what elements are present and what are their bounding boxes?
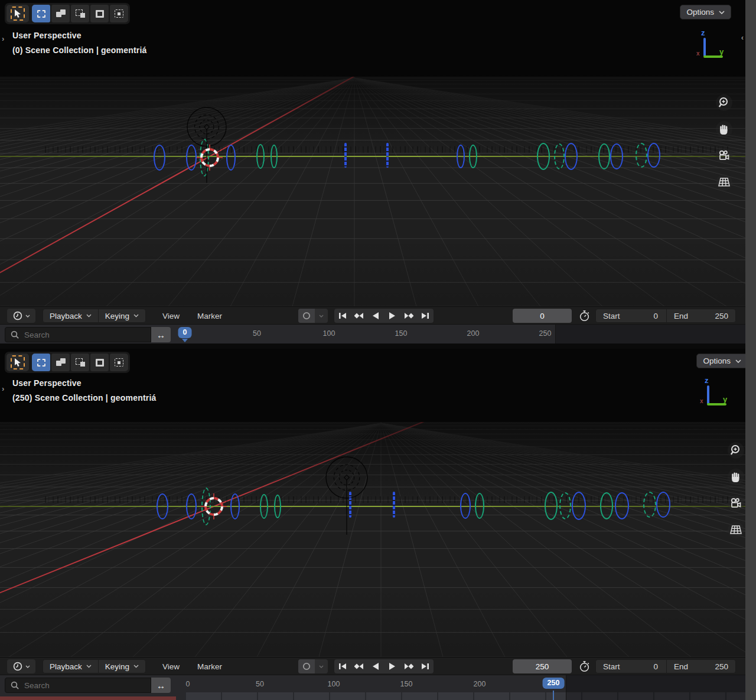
auto-keying-toggle[interactable] — [298, 309, 328, 323]
playback-menu[interactable]: Playback — [43, 660, 98, 673]
camera-view-icon[interactable] — [716, 148, 732, 164]
editor-type-button[interactable] — [7, 659, 35, 673]
jump-to-end-button[interactable] — [417, 309, 434, 323]
play-reverse-button[interactable] — [367, 659, 384, 673]
jump-to-start-button[interactable] — [334, 659, 351, 673]
view-menu[interactable]: View — [158, 309, 184, 323]
options-button[interactable]: Options — [696, 354, 745, 368]
pan-hand-icon[interactable] — [728, 469, 744, 485]
circle-object[interactable] — [230, 493, 240, 519]
end-frame-field[interactable]: End250 — [667, 309, 735, 322]
circle-object[interactable] — [643, 492, 656, 518]
tweak-tool-button[interactable] — [6, 354, 29, 371]
play-reverse-button[interactable] — [367, 309, 384, 323]
select-difference-button[interactable] — [90, 5, 109, 22]
play-button[interactable] — [384, 309, 400, 323]
circle-object[interactable] — [554, 143, 565, 169]
select-extend-button[interactable] — [51, 5, 70, 22]
playhead[interactable]: 0 — [178, 327, 192, 338]
play-button[interactable] — [384, 659, 400, 673]
auto-keying-dropdown[interactable] — [315, 309, 328, 323]
circle-object[interactable] — [457, 145, 465, 168]
circle-object[interactable] — [559, 492, 571, 519]
previous-keyframe-button[interactable] — [351, 309, 367, 323]
timeline-ruler[interactable]: Search ↔ 501001502002500 — [0, 324, 745, 344]
camera-view-icon[interactable] — [728, 495, 744, 512]
next-keyframe-button[interactable] — [400, 659, 417, 673]
circle-object[interactable] — [154, 145, 165, 171]
sidebar-expand-chevron[interactable]: › — [2, 34, 4, 43]
select-set-button[interactable] — [32, 354, 50, 371]
circle-object[interactable] — [271, 145, 278, 168]
end-frame-field[interactable]: End250 — [667, 660, 735, 673]
toggle-perspective-icon[interactable] — [716, 174, 732, 191]
circle-object[interactable] — [636, 143, 647, 168]
circle-object-edge-on[interactable] — [386, 143, 389, 168]
circle-object[interactable] — [615, 492, 629, 519]
circle-object[interactable] — [600, 492, 613, 519]
auto-keying-dropdown[interactable] — [315, 659, 328, 673]
view-menu[interactable]: View — [158, 659, 184, 673]
select-extend-button[interactable] — [51, 354, 70, 371]
current-frame-field[interactable]: 0 — [513, 309, 572, 323]
select-intersect-button[interactable] — [110, 5, 128, 22]
search-input[interactable]: Search — [5, 327, 151, 342]
circle-object-edge-on[interactable] — [344, 143, 347, 168]
circle-object[interactable] — [274, 495, 281, 518]
auto-keying-toggle[interactable] — [298, 659, 328, 673]
toggle-perspective-icon[interactable] — [728, 522, 744, 538]
select-difference-button[interactable] — [90, 354, 109, 371]
circle-object[interactable] — [598, 143, 610, 169]
editor-type-button[interactable] — [7, 309, 35, 323]
playback-menu[interactable]: Playback — [43, 309, 98, 322]
circle-object[interactable] — [475, 493, 484, 519]
circle-object[interactable] — [545, 492, 558, 520]
start-frame-field[interactable]: Start0 — [596, 660, 667, 673]
zoom-icon[interactable] — [728, 442, 744, 459]
tweak-tool-button[interactable] — [6, 5, 29, 22]
playhead[interactable]: 250 — [543, 678, 565, 689]
fit-range-button[interactable]: ↔ — [151, 678, 171, 693]
pan-hand-icon[interactable] — [716, 121, 732, 138]
next-keyframe-button[interactable] — [400, 309, 417, 323]
circle-object[interactable] — [610, 143, 623, 169]
start-frame-field[interactable]: Start0 — [596, 309, 667, 322]
sidebar-expand-chevron[interactable]: › — [2, 384, 4, 393]
circle-object[interactable] — [647, 143, 660, 168]
navigation-gizmo[interactable]: z y x — [691, 31, 726, 65]
search-input[interactable]: Search — [5, 678, 151, 693]
jump-to-end-button[interactable] — [417, 659, 434, 673]
circle-object[interactable] — [656, 492, 670, 518]
select-intersect-button[interactable] — [110, 354, 128, 371]
3d-viewport[interactable]: › User Perspective (0) Scene Collection … — [0, 0, 745, 306]
circle-object[interactable] — [186, 493, 197, 519]
circle-object[interactable] — [469, 145, 477, 168]
keying-menu[interactable]: Keying — [98, 309, 145, 322]
jump-to-start-button[interactable] — [334, 309, 351, 323]
panel-collapse-chevron[interactable]: ‹ — [741, 33, 744, 42]
options-button[interactable]: Options — [680, 5, 731, 19]
3d-viewport[interactable]: › User Perspective (250) Scene Collectio… — [0, 349, 745, 657]
select-subtract-button[interactable] — [71, 354, 89, 371]
circle-object[interactable] — [565, 143, 578, 170]
navigation-gizmo[interactable]: z y x — [695, 378, 730, 413]
circle-object[interactable] — [157, 493, 168, 519]
cursor-3d[interactable] — [197, 145, 223, 171]
cursor-3d[interactable] — [201, 493, 227, 519]
keying-menu[interactable]: Keying — [98, 660, 145, 673]
fit-range-button[interactable]: ↔ — [151, 327, 171, 342]
light-object[interactable] — [324, 454, 370, 537]
circle-object[interactable] — [460, 493, 471, 519]
circle-object[interactable] — [572, 492, 586, 520]
current-frame-field[interactable]: 250 — [513, 659, 572, 673]
select-set-button[interactable] — [32, 5, 50, 22]
marker-menu[interactable]: Marker — [193, 659, 227, 673]
timeline-ruler[interactable]: Search ↔ 050100150200250 — [0, 675, 745, 700]
marker-menu[interactable]: Marker — [193, 309, 227, 323]
previous-keyframe-button[interactable] — [351, 659, 367, 673]
circle-object[interactable] — [260, 494, 268, 519]
select-subtract-button[interactable] — [71, 5, 89, 22]
circle-object-edge-on[interactable] — [393, 492, 395, 518]
circle-object[interactable] — [256, 144, 265, 169]
circle-object[interactable] — [537, 143, 550, 170]
